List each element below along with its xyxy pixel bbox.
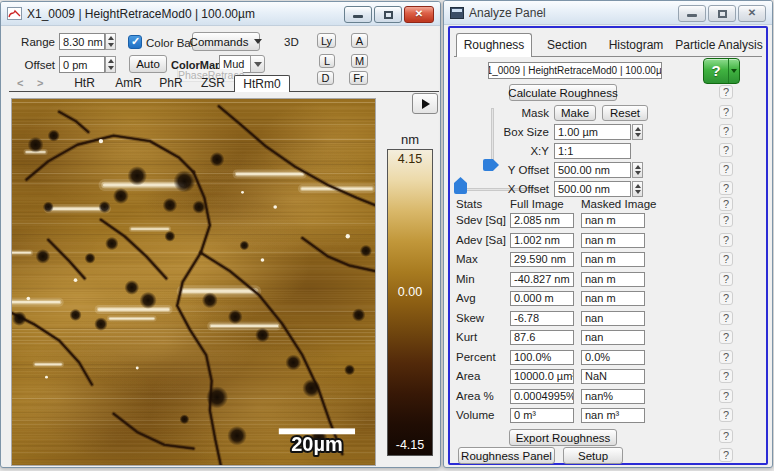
stat-masked-value[interactable]: nan (581, 330, 645, 345)
setup-button[interactable]: Setup (563, 447, 623, 464)
colormap-dropdown-button[interactable] (250, 55, 265, 73)
stat-full-value[interactable]: 100.0% (510, 350, 574, 365)
image-window-title: X1_0009 | HeightRetraceMod0 | 100.00µm (27, 7, 255, 21)
x-offset-slider-handle[interactable] (454, 177, 467, 194)
offset-spinner[interactable] (105, 56, 116, 73)
help-button[interactable]: ? (719, 233, 733, 247)
spin-up-icon (635, 127, 641, 131)
color-bar-checkbox[interactable] (128, 35, 142, 49)
tab-histogram[interactable]: Histogram (602, 35, 670, 57)
a-button[interactable]: A (351, 33, 368, 48)
stat-full-value[interactable]: -40.827 nm (510, 272, 574, 287)
close-button[interactable] (738, 5, 766, 22)
stat-label: Area % (456, 390, 494, 402)
stat-masked-value[interactable]: nan m (581, 272, 645, 287)
mask-make-button[interactable]: Make (554, 105, 596, 121)
export-roughness-button[interactable]: Export Roughness (509, 429, 617, 446)
help-button[interactable]: ? (719, 291, 733, 305)
help-button[interactable]: ? (719, 350, 733, 364)
stat-full-value[interactable]: 2.085 nm (510, 213, 574, 228)
spin-down-icon (108, 66, 114, 70)
auto-button[interactable]: Auto (129, 55, 167, 73)
stat-masked-value[interactable]: nan% (581, 389, 645, 404)
stat-masked-value[interactable]: nan m (581, 291, 645, 306)
x-offset-input[interactable]: 500.00 nm (554, 181, 631, 197)
help-button[interactable]: ? (719, 369, 733, 383)
help-button[interactable]: ? (719, 272, 733, 286)
stat-full-value[interactable]: 10000.0 µm² (510, 369, 574, 384)
y-offset-slider-track[interactable] (491, 108, 494, 166)
box-size-spinner[interactable] (632, 124, 643, 140)
tab-htr[interactable]: HtR (63, 75, 106, 92)
help-button[interactable]: ? (719, 105, 733, 119)
layer-button[interactable]: Ly (317, 33, 336, 48)
tab-amr[interactable]: AmR (107, 75, 150, 92)
help-button[interactable]: ? (719, 162, 733, 176)
xy-ratio-input[interactable]: 1:1 (554, 143, 631, 159)
tab-particle-analysis[interactable]: Particle Analysis (672, 35, 766, 57)
maximize-button[interactable] (708, 5, 736, 22)
maximize-button[interactable] (374, 6, 402, 23)
image-selector[interactable]: X1_0009 | HeightRetraceMod0 | 100.00µm (488, 62, 662, 79)
help-button[interactable]: ? (719, 311, 733, 325)
y-offset-input[interactable]: 500.00 nm (554, 162, 631, 178)
stat-row-min: Min -40.827 nm nan m ? (450, 272, 766, 288)
stat-full-value[interactable]: -6.78 (510, 311, 574, 326)
close-button[interactable] (404, 6, 434, 23)
help-button[interactable]: ? (719, 124, 733, 138)
commands-button[interactable]: Commands (192, 32, 260, 51)
help-button[interactable]: ? (719, 85, 733, 99)
stat-full-value[interactable]: 29.590 nm (510, 252, 574, 267)
afm-image[interactable] (11, 98, 376, 466)
stat-masked-value[interactable]: nan m (581, 233, 645, 248)
range-input[interactable]: 8.30 nm (59, 33, 105, 50)
box-size-input[interactable]: 1.00 µm (554, 124, 631, 140)
stat-masked-value[interactable]: NaN (581, 369, 645, 384)
l-button[interactable]: L (319, 54, 335, 68)
stat-full-value[interactable]: 1.002 nm (510, 233, 574, 248)
help-dropdown-arrow[interactable] (729, 59, 739, 83)
maximize-icon (384, 11, 393, 19)
help-question-icon: ? (704, 59, 729, 83)
help-button[interactable]: ? (719, 429, 733, 443)
tab-roughness[interactable]: Roughness (456, 33, 532, 57)
offset-input[interactable]: 0 pm (59, 56, 105, 73)
stat-full-value[interactable]: 87.6 (510, 330, 574, 345)
stat-masked-value[interactable]: nan m³ (581, 408, 645, 423)
stat-masked-value[interactable]: nan m (581, 213, 645, 228)
x-offset-spinner[interactable] (632, 181, 643, 197)
3d-button[interactable]: 3D (284, 36, 299, 48)
help-button[interactable]: ? (719, 252, 733, 266)
help-button[interactable]: ? (719, 408, 733, 422)
stat-full-value[interactable]: 0 m³ (510, 408, 574, 423)
help-button[interactable]: ? (719, 213, 733, 227)
help-button[interactable]: ? (719, 389, 733, 403)
help-button[interactable]: ? (719, 197, 733, 211)
play-button[interactable] (412, 93, 438, 114)
tab-section[interactable]: Section (534, 35, 600, 57)
minimize-button[interactable] (344, 6, 372, 23)
help-button[interactable]: ? (719, 448, 733, 462)
main-help-button[interactable]: ? (703, 58, 740, 84)
tab-htrm0[interactable]: HtRm0 (234, 75, 290, 92)
help-button[interactable]: ? (719, 143, 733, 157)
range-spinner[interactable] (105, 33, 116, 50)
stat-full-value[interactable]: 0.000 m (510, 291, 574, 306)
stat-label: Adev [Sa] (456, 234, 506, 246)
help-button[interactable]: ? (719, 181, 733, 195)
roughness-panel-button[interactable]: Roughness Panel (458, 447, 555, 464)
mask-reset-button[interactable]: Reset (602, 105, 648, 121)
minimize-button[interactable] (678, 5, 706, 22)
stat-full-value[interactable]: 0.0004995% (510, 389, 574, 404)
stat-masked-value[interactable]: nan (581, 311, 645, 326)
stat-masked-value[interactable]: nan m (581, 252, 645, 267)
tab-scroll-right[interactable]: > (37, 77, 43, 89)
tab-scroll-left[interactable]: < (17, 77, 23, 89)
m-button[interactable]: M (351, 54, 368, 68)
y-offset-spinner[interactable] (632, 162, 643, 178)
calculate-roughness-button[interactable]: Calculate Roughness (509, 84, 617, 101)
help-button[interactable]: ? (719, 330, 733, 344)
tab-zsr[interactable]: ZSR (193, 75, 233, 92)
stat-masked-value[interactable]: 0.0% (581, 350, 645, 365)
tab-phr[interactable]: PhR (150, 75, 192, 92)
